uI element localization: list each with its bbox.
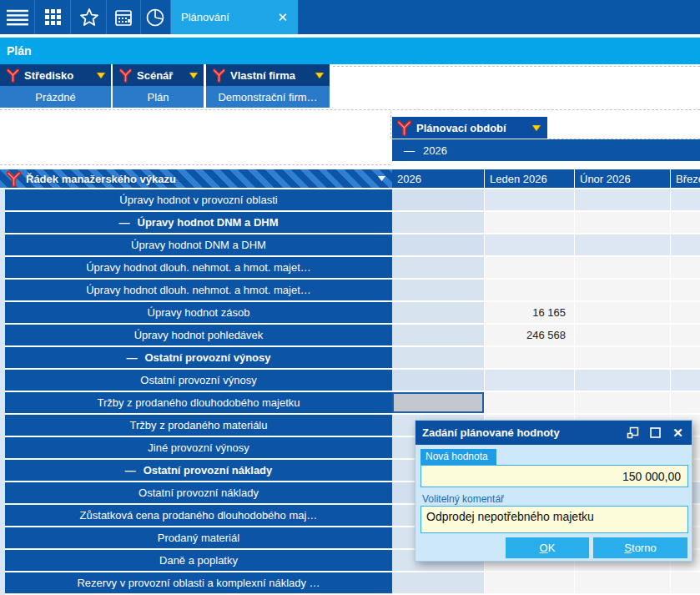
grid-cell-r18-leden-2026[interactable] xyxy=(485,572,574,593)
row-label-17[interactable]: Daně a poplatky xyxy=(5,550,392,571)
grid-cell-r10-březen-2026[interactable] xyxy=(671,392,700,413)
filter-header-3[interactable]: Vlastní firma xyxy=(206,64,330,86)
reports-button[interactable] xyxy=(139,0,171,34)
grid-cell-r7-únor-2026[interactable] xyxy=(575,325,670,345)
dialog-title-bar[interactable]: Zadání plánované hodnoty ✕ xyxy=(415,421,692,445)
grid-cell-r2-březen-2026[interactable] xyxy=(671,212,700,233)
chevron-down-icon[interactable] xyxy=(378,176,385,181)
collapse-icon[interactable]: — xyxy=(125,464,136,477)
grid-cell-r8-leden-2026[interactable] xyxy=(485,347,574,368)
grid-cell-r1-leden-2026[interactable] xyxy=(485,189,574,210)
collapse-icon[interactable]: — xyxy=(127,351,138,364)
ok-button[interactable]: OK xyxy=(506,537,589,558)
row-label-3[interactable]: Úpravy hodnot DNM a DHM xyxy=(5,234,392,255)
grid-cell-r3-2026[interactable] xyxy=(392,234,484,255)
grid-cell-r4-březen-2026[interactable] xyxy=(671,257,700,278)
row-label-8[interactable]: —Ostatní provozní výnosy xyxy=(5,347,392,368)
row-label-13[interactable]: —Ostatní provozní náklady xyxy=(5,460,392,481)
close-icon[interactable]: ✕ xyxy=(671,426,685,440)
grid-cell-r2-únor-2026[interactable] xyxy=(575,212,670,233)
chevron-down-icon[interactable] xyxy=(532,125,541,131)
grid-cell-r2-2026[interactable] xyxy=(392,212,484,233)
grid-cell-r2-leden-2026[interactable] xyxy=(485,212,574,233)
grid-cell-r9-březen-2026[interactable] xyxy=(671,370,700,391)
maximize-icon[interactable] xyxy=(648,426,662,440)
grid-cell-r8-únor-2026[interactable] xyxy=(575,347,670,368)
column-group-2026[interactable]: — 2026 xyxy=(392,139,700,161)
grid-cell-r1-2026[interactable] xyxy=(392,189,484,210)
comment-input[interactable] xyxy=(421,506,688,533)
row-label-5[interactable]: Úpravy hodnot dlouh. nehmot. a hmot. maj… xyxy=(5,280,392,300)
chevron-down-icon[interactable] xyxy=(315,73,324,78)
ok-button-label: OK xyxy=(540,542,556,554)
column-header-2026[interactable]: 2026 xyxy=(392,169,484,188)
new-value-input[interactable] xyxy=(421,465,688,487)
filter-header-2[interactable]: Scénář xyxy=(113,64,204,86)
row-label-1[interactable]: Úpravy hodnot v provozní oblasti xyxy=(5,189,392,210)
grid-cell-r18-březen-2026[interactable] xyxy=(671,572,700,593)
grid-cell-r7-2026[interactable] xyxy=(392,325,484,345)
grid-cell-r9-2026[interactable] xyxy=(392,370,484,391)
calendar-button[interactable] xyxy=(106,0,141,34)
grid-cell-r6-únor-2026[interactable] xyxy=(575,302,670,323)
grid-cell-r7-březen-2026[interactable] xyxy=(671,325,700,345)
grid-cell-r18-2026[interactable] xyxy=(392,572,484,593)
float-icon[interactable] xyxy=(626,426,640,440)
row-label-16[interactable]: Prodaný materiál xyxy=(5,527,392,548)
row-label-6[interactable]: Úpravy hodnot zásob xyxy=(5,302,392,323)
grid-cell-r1-březen-2026[interactable] xyxy=(671,189,700,210)
favorites-button[interactable] xyxy=(72,0,107,34)
row-label-4[interactable]: Úpravy hodnot dlouh. nehmot. a hmot. maj… xyxy=(5,257,392,278)
row-label-9[interactable]: Ostatní provozní výnosy xyxy=(5,370,392,391)
grid-cell-r4-únor-2026[interactable] xyxy=(575,257,670,278)
grid-cell-r9-únor-2026[interactable] xyxy=(575,370,670,391)
row-label-7[interactable]: Úpravy hodnot pohledávek xyxy=(5,325,392,345)
grid-cell-r9-leden-2026[interactable] xyxy=(485,370,574,391)
row-label-2[interactable]: —Úpravy hodnot DNM a DHM xyxy=(5,212,392,233)
filter-header-1[interactable]: Středisko xyxy=(0,64,111,86)
filter-value-3[interactable]: Demonstrační firm… xyxy=(206,86,330,108)
grid-cell-r6-leden-2026[interactable]: 16 165 xyxy=(485,302,574,323)
grid-cell-r6-2026[interactable] xyxy=(392,302,484,323)
grid-cell-r5-únor-2026[interactable] xyxy=(575,280,670,300)
row-dimension-header[interactable]: Řádek manažerského výkazu xyxy=(0,169,392,188)
grid-cell-r10-únor-2026[interactable] xyxy=(575,392,670,413)
grid-cell-r7-leden-2026[interactable]: 246 568 xyxy=(485,325,574,345)
grid-cell-r4-2026[interactable] xyxy=(392,257,484,278)
grid-cell-r6-březen-2026[interactable] xyxy=(671,302,700,323)
tab-close-icon[interactable]: ✕ xyxy=(277,10,288,25)
grid-cell-r10-leden-2026[interactable] xyxy=(485,392,574,413)
grid-cell-r10-2026[interactable] xyxy=(392,392,484,413)
row-label-12[interactable]: Jiné provozní výnosy xyxy=(5,437,392,458)
grid-cell-r3-leden-2026[interactable] xyxy=(485,234,574,255)
grid-cell-r5-březen-2026[interactable] xyxy=(671,280,700,300)
grid-cell-r8-2026[interactable] xyxy=(392,347,484,368)
chevron-down-icon[interactable] xyxy=(189,73,198,78)
filter-value-2[interactable]: Plán xyxy=(113,86,204,108)
grid-cell-r4-leden-2026[interactable] xyxy=(485,257,574,278)
row-label-14[interactable]: Ostatní provozní náklady xyxy=(5,482,392,503)
grid-cell-r3-březen-2026[interactable] xyxy=(671,234,700,255)
chevron-down-icon[interactable] xyxy=(97,73,105,78)
column-header-únor-2026[interactable]: Únor 2026 xyxy=(575,169,670,188)
tab-planovani[interactable]: Plánování ✕ xyxy=(171,0,298,34)
column-dimension-header[interactable]: Plánovací období xyxy=(392,117,547,139)
cancel-button[interactable]: Storno xyxy=(593,537,687,558)
menu-button[interactable] xyxy=(0,0,35,34)
grid-cell-r18-únor-2026[interactable] xyxy=(575,572,670,593)
filter-value-1[interactable]: Prázdné xyxy=(0,86,111,108)
collapse-icon[interactable]: — xyxy=(404,144,415,157)
row-label-10[interactable]: Tržby z prodaného dlouhodobého majetku xyxy=(5,392,392,413)
row-label-15[interactable]: Zůstatková cena prodaného dlouhodobého m… xyxy=(5,505,392,526)
collapse-icon[interactable]: — xyxy=(119,216,130,229)
row-label-18[interactable]: Rezervy v provozní oblasti a komplexní n… xyxy=(5,572,392,593)
grid-cell-r1-únor-2026[interactable] xyxy=(575,189,670,210)
column-header-leden-2026[interactable]: Leden 2026 xyxy=(485,169,574,188)
column-header-březen-2026[interactable]: Březen 2026 xyxy=(671,169,700,188)
grid-cell-r5-2026[interactable] xyxy=(392,280,484,300)
grid-cell-r3-únor-2026[interactable] xyxy=(575,234,670,255)
grid-cell-r5-leden-2026[interactable] xyxy=(485,280,574,300)
apps-grid-button[interactable] xyxy=(36,0,71,34)
grid-cell-r8-březen-2026[interactable] xyxy=(671,347,700,368)
row-label-11[interactable]: Tržby z prodaného materiálu xyxy=(5,415,392,436)
